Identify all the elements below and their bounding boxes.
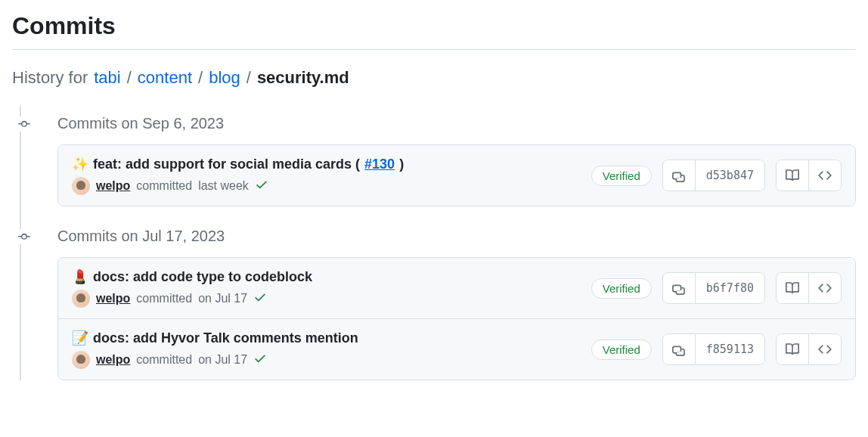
committed-label: committed xyxy=(136,353,192,367)
check-icon[interactable] xyxy=(253,290,267,307)
browse-button-group xyxy=(776,333,842,365)
pr-link[interactable]: #130 xyxy=(364,157,395,172)
commit-timeline: Commits on Sep 6, 2023 ✨ feat: add suppo… xyxy=(12,106,856,380)
verified-badge[interactable]: Verified xyxy=(591,166,652,186)
view-file-button[interactable] xyxy=(777,273,808,303)
commit-item: 💄 docs: add code type to codeblock welpo… xyxy=(58,258,855,318)
avatar[interactable] xyxy=(72,177,90,195)
commit-title-text: docs: add code type to codeblock xyxy=(93,269,312,285)
commit-item: 📝 docs: add Hyvor Talk comments mention … xyxy=(58,318,855,380)
copy-sha-button[interactable] xyxy=(663,334,695,364)
browse-button-group xyxy=(776,160,842,191)
breadcrumb-link-tabi[interactable]: tabi xyxy=(94,68,120,88)
author-link[interactable]: welpo xyxy=(96,292,130,305)
check-icon[interactable] xyxy=(253,352,267,368)
page-title: Commits xyxy=(12,12,856,50)
commit-title[interactable]: 📝 docs: add Hyvor Talk comments mention xyxy=(72,330,591,346)
commit-list: 💄 docs: add code type to codeblock welpo… xyxy=(57,257,856,380)
committed-label: committed xyxy=(136,292,192,305)
memo-icon: 📝 xyxy=(72,330,88,346)
browse-repo-button[interactable] xyxy=(808,160,841,191)
committed-label: committed xyxy=(136,179,192,193)
breadcrumb-link-blog[interactable]: blog xyxy=(209,68,240,88)
view-file-button[interactable] xyxy=(777,160,808,191)
commit-node-icon xyxy=(14,229,35,244)
commit-time: last week xyxy=(198,179,249,193)
commit-title[interactable]: 💄 docs: add code type to codeblock xyxy=(72,268,591,285)
breadcrumb-separator: / xyxy=(127,68,132,88)
commit-title-text: feat: add support for social media cards… xyxy=(93,157,360,172)
breadcrumb: History for tabi / content / blog / secu… xyxy=(12,68,856,88)
commit-sha-button[interactable]: d53b847 xyxy=(695,160,764,191)
browse-repo-button[interactable] xyxy=(808,334,841,364)
commit-title-text: docs: add Hyvor Talk comments mention xyxy=(93,330,358,346)
verified-badge[interactable]: Verified xyxy=(591,278,652,299)
avatar[interactable] xyxy=(72,351,90,369)
sparkles-icon: ✨ xyxy=(72,156,88,172)
commit-group-header: Commits on Jul 17, 2023 xyxy=(32,218,856,257)
author-link[interactable]: welpo xyxy=(96,353,130,367)
sha-button-group: d53b847 xyxy=(662,160,765,191)
breadcrumb-separator: / xyxy=(198,68,203,88)
commit-sha-button[interactable]: f859113 xyxy=(695,334,764,364)
avatar[interactable] xyxy=(72,290,90,308)
breadcrumb-separator: / xyxy=(246,68,251,88)
sha-button-group: f859113 xyxy=(662,333,765,365)
commit-time: on Jul 17 xyxy=(198,353,247,367)
commit-time: on Jul 17 xyxy=(198,292,247,305)
sha-button-group: b6f7f80 xyxy=(662,272,765,304)
browse-button-group xyxy=(776,272,842,304)
commit-group-date: Commits on Jul 17, 2023 xyxy=(57,228,225,244)
verified-badge[interactable]: Verified xyxy=(591,339,652,360)
commit-sha-button[interactable]: b6f7f80 xyxy=(695,273,764,303)
breadcrumb-current: security.md xyxy=(257,68,349,88)
commit-node-icon xyxy=(14,116,35,132)
commit-group-date: Commits on Sep 6, 2023 xyxy=(57,115,224,132)
commit-title-suffix: ) xyxy=(399,157,404,172)
copy-sha-button[interactable] xyxy=(663,273,695,303)
breadcrumb-prefix: History for xyxy=(12,68,88,88)
view-file-button[interactable] xyxy=(777,334,808,364)
commit-item: ✨ feat: add support for social media car… xyxy=(58,145,855,206)
check-icon[interactable] xyxy=(255,178,268,194)
copy-sha-button[interactable] xyxy=(663,160,695,191)
breadcrumb-link-content[interactable]: content xyxy=(138,68,192,88)
commit-list: ✨ feat: add support for social media car… xyxy=(57,144,856,206)
author-link[interactable]: welpo xyxy=(96,179,130,193)
commit-title[interactable]: ✨ feat: add support for social media car… xyxy=(72,156,591,172)
browse-repo-button[interactable] xyxy=(808,273,841,303)
lipstick-icon: 💄 xyxy=(72,268,88,285)
commit-group-header: Commits on Sep 6, 2023 xyxy=(32,106,856,144)
